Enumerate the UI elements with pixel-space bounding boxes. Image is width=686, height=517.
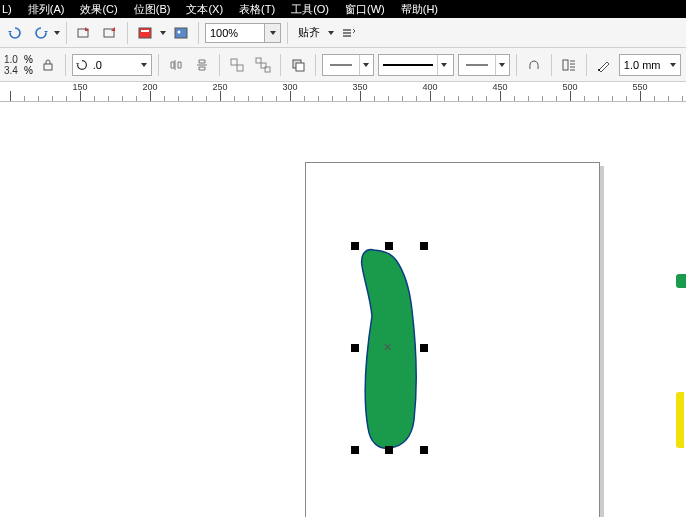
start-arrowhead-preview [323, 55, 359, 75]
snap-label[interactable]: 贴齐 [298, 25, 320, 40]
line-style-combo[interactable] [378, 54, 454, 76]
rotation-dropdown[interactable] [137, 63, 151, 67]
svg-rect-8 [237, 65, 243, 71]
mirror-vertical-button[interactable] [191, 54, 213, 76]
zoom-level-input[interactable] [205, 23, 265, 43]
selection-handle[interactable] [351, 446, 359, 454]
rotation-angle-input[interactable] [91, 55, 137, 75]
property-bar: 1.0 3.4 % % [0, 48, 686, 82]
ruler-label: 500 [562, 82, 577, 92]
menu-item-arrange[interactable]: 排列(A) [28, 2, 65, 17]
to-front-button[interactable] [287, 54, 309, 76]
zoom-level-combo[interactable] [205, 23, 281, 43]
line-style-dropdown[interactable] [437, 55, 451, 75]
ruler-label: 200 [142, 82, 157, 92]
zoom-level-dropdown[interactable] [265, 23, 281, 43]
menu-item-help[interactable]: 帮助(H) [401, 2, 438, 17]
outline-width-combo[interactable] [619, 54, 681, 76]
ruler-label: 350 [352, 82, 367, 92]
standard-toolbar: 贴齐 [0, 18, 686, 48]
start-arrowhead-combo[interactable] [322, 54, 374, 76]
drawing-canvas[interactable]: ✕ [0, 102, 686, 517]
start-arrowhead-dropdown[interactable] [359, 55, 373, 75]
rotation-angle-field[interactable] [72, 54, 152, 76]
svg-rect-9 [256, 58, 261, 63]
rotate-icon [73, 58, 91, 72]
svg-rect-4 [175, 28, 187, 38]
selection-handle[interactable] [420, 242, 428, 250]
snap-dropdown[interactable] [328, 31, 334, 35]
end-arrowhead-dropdown[interactable] [495, 55, 509, 75]
ungroup-button[interactable] [226, 54, 248, 76]
svg-point-5 [178, 30, 181, 33]
ruler-label: 250 [212, 82, 227, 92]
svg-rect-13 [296, 63, 304, 71]
redo-button[interactable] [30, 22, 52, 44]
svg-rect-17 [563, 60, 568, 70]
menu-item-tools[interactable]: 工具(O) [291, 2, 329, 17]
app-launcher-button[interactable] [134, 22, 156, 44]
ruler-label: 150 [72, 82, 87, 92]
menu-item-bitmap[interactable]: 位图(B) [134, 2, 171, 17]
menu-item-window[interactable]: 窗口(W) [345, 2, 385, 17]
close-curve-button[interactable] [523, 54, 545, 76]
app-launcher-dropdown[interactable] [160, 31, 166, 35]
undo-button[interactable] [4, 22, 26, 44]
selection-handle[interactable] [385, 446, 393, 454]
outline-pen-button[interactable] [593, 54, 615, 76]
end-arrowhead-preview [459, 55, 495, 75]
selection-handle[interactable] [420, 344, 428, 352]
menu-item-table[interactable]: 表格(T) [239, 2, 275, 17]
ruler-label: 400 [422, 82, 437, 92]
selection-handle[interactable] [420, 446, 428, 454]
outline-width-dropdown[interactable] [666, 63, 680, 67]
svg-rect-7 [231, 59, 237, 65]
menu-bar: L) 排列(A) 效果(C) 位图(B) 文本(X) 表格(T) 工具(O) 窗… [0, 0, 686, 18]
selection-handle[interactable] [351, 242, 359, 250]
end-arrowhead-combo[interactable] [458, 54, 510, 76]
ruler-label: 450 [492, 82, 507, 92]
undo-history-dropdown[interactable] [54, 31, 60, 35]
outline-width-input[interactable] [620, 55, 666, 75]
options-button[interactable] [338, 22, 360, 44]
svg-rect-6 [44, 64, 52, 70]
ruler-label: 550 [632, 82, 647, 92]
selection-handle[interactable] [351, 344, 359, 352]
svg-rect-2 [139, 28, 151, 38]
menu-item-effects[interactable]: 效果(C) [80, 2, 117, 17]
welcome-screen-button[interactable] [170, 22, 192, 44]
import-button[interactable] [73, 22, 95, 44]
wrap-text-button[interactable] [558, 54, 580, 76]
selection-center-marker[interactable]: ✕ [382, 342, 392, 352]
selection-handle[interactable] [385, 242, 393, 250]
export-button[interactable] [99, 22, 121, 44]
ruler-label: 300 [282, 82, 297, 92]
scale-percent-readout: % % [24, 54, 33, 76]
offscreen-objects [676, 274, 686, 454]
line-style-preview [379, 55, 437, 75]
lock-ratio-button[interactable] [37, 54, 59, 76]
menu-item[interactable]: L) [2, 3, 12, 15]
svg-rect-3 [141, 30, 149, 32]
horizontal-ruler[interactable]: 150200250300350400450500550600 [0, 82, 686, 102]
svg-point-18 [598, 69, 600, 71]
ungroup-all-button[interactable] [252, 54, 274, 76]
mirror-horizontal-button[interactable] [165, 54, 187, 76]
menu-item-text[interactable]: 文本(X) [186, 2, 223, 17]
page-boundary [305, 162, 600, 517]
object-position-readout: 1.0 3.4 [4, 54, 20, 76]
